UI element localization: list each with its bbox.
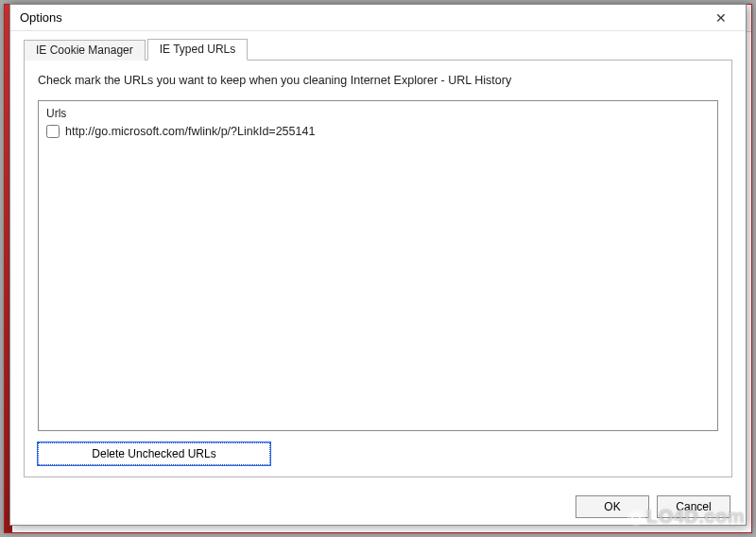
tab-label: IE Cookie Manager <box>36 43 133 57</box>
url-text: http://go.microsoft.com/fwlink/p/?LinkId… <box>65 125 315 138</box>
tab-ie-typed-urls[interactable]: IE Typed URLs <box>147 39 248 61</box>
tab-page: Check mark the URLs you want to keep whe… <box>24 60 732 477</box>
window-title: Options <box>20 10 62 25</box>
instruction-text: Check mark the URLs you want to keep whe… <box>38 74 718 87</box>
dialog-footer: OK Cancel <box>10 489 746 525</box>
options-dialog: Options ✕ IE Cookie Manager IE Typed URL… <box>9 4 747 526</box>
titlebar: Options ✕ <box>10 5 746 31</box>
tab-label: IE Typed URLs <box>160 43 235 56</box>
tab-ie-cookie-manager[interactable]: IE Cookie Manager <box>24 40 146 61</box>
close-button[interactable]: ✕ <box>702 8 740 28</box>
url-listbox[interactable]: Urls http://go.microsoft.com/fwlink/p/?L… <box>38 100 718 431</box>
list-header: Urls <box>44 105 712 124</box>
ok-button[interactable]: OK <box>576 495 649 518</box>
delete-unchecked-button[interactable]: Delete Unchecked URLs <box>38 442 270 465</box>
tabstrip: IE Cookie Manager IE Typed URLs <box>10 31 746 60</box>
list-item[interactable]: http://go.microsoft.com/fwlink/p/?LinkId… <box>44 124 712 139</box>
url-checkbox[interactable] <box>46 125 60 138</box>
cancel-button[interactable]: Cancel <box>657 495 730 518</box>
close-icon: ✕ <box>715 10 727 26</box>
